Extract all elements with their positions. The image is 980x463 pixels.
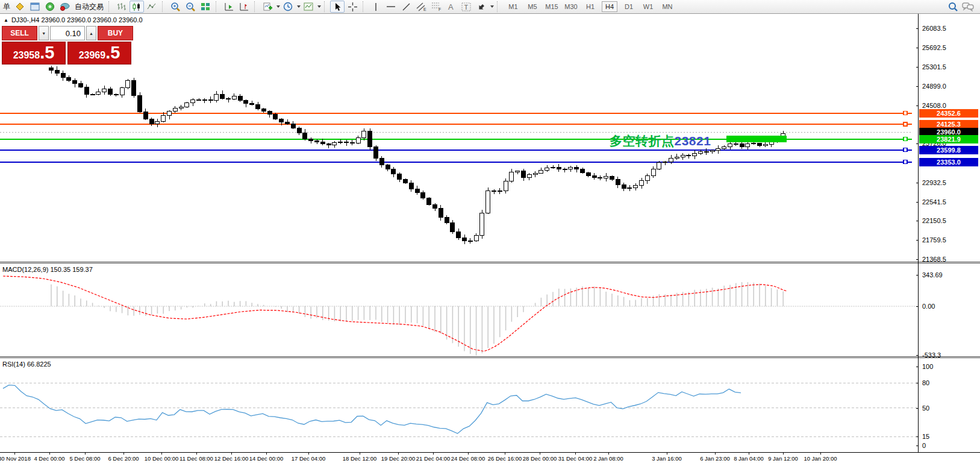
bid-price-main: 23958 [13,45,40,61]
templates-caret[interactable] [317,5,321,8]
macd-tick-label: 343.69 [922,271,943,279]
equidistant-channel-icon[interactable]: E [414,1,428,13]
fibonacci-icon[interactable]: F [429,1,443,13]
time-axis[interactable]: 30 Nov 20184 Dec 00:005 Dec 08:006 Dec 2… [0,452,980,463]
indicators-icon[interactable] [260,1,275,13]
price-tick-mark [916,259,919,260]
panel-resize-separator[interactable] [0,262,980,263]
time-tick-label: 31 Dec 04:00 [558,455,593,462]
price-tick-label: 22541.5 [922,198,946,206]
macd-tick-label: -533.3 [922,351,941,359]
price-axis[interactable]: 26083.525692.525301.524899.024508.023726… [919,14,980,452]
arrows-icon[interactable] [474,1,488,13]
horizontal-line-icon[interactable] [384,1,398,13]
zoom-in-icon[interactable] [168,1,183,13]
time-tick-label: 12 Dec 16:00 [214,455,249,462]
lot-increase-button[interactable]: ▲ [86,26,96,40]
time-tick-label: 17 Dec 04:00 [292,455,326,462]
buy-button[interactable]: BUY [98,26,133,40]
rsi-tick-mark [916,408,919,409]
new-order-icon[interactable] [13,1,27,13]
candlestick-chart-icon[interactable] [130,1,144,13]
timeframe-group: M1M5M15M30H1H4D1W1MN [505,1,675,12]
auto-scroll-icon[interactable] [222,1,236,13]
panel-resize-separator[interactable] [0,356,980,358]
toolbar-separator [216,1,219,12]
price-tick-label: 25301.5 [922,63,946,71]
lot-size-input[interactable] [50,26,85,40]
price-tick-mark [916,240,919,241]
timeframe-button-h1[interactable]: H1 [582,1,598,12]
vertical-line-icon[interactable] [369,1,383,13]
price-tick-mark [916,221,919,221]
timeframe-button-d1[interactable]: D1 [621,1,637,12]
collapse-triangle-icon[interactable]: ▲ [4,17,8,23]
timeframe-button-m1[interactable]: M1 [505,1,521,12]
periods-icon[interactable] [281,1,295,13]
chart-panel[interactable]: 26083.525692.525301.524899.024508.023726… [0,14,980,463]
rsi-indicator-label: RSI(14) 66.8225 [2,361,51,368]
pivot-annotation-text: 多空转折点 [610,134,675,148]
toolbar-separator [108,1,112,12]
price-tick-mark [916,67,919,68]
time-tick-label: 10 Jan 20:00 [804,455,837,462]
tile-windows-icon[interactable] [198,1,213,13]
zoom-out-icon[interactable] [183,1,198,13]
sell-button[interactable]: SELL [2,26,37,40]
lot-decrease-button[interactable]: ▼ [39,26,49,40]
time-tick-mark [667,453,667,455]
toolbar-separator [497,1,501,12]
time-tick-mark [608,453,609,455]
rsi-canvas[interactable] [0,358,918,452]
macd-tick-mark [916,306,919,307]
chart-shift-icon[interactable] [237,1,251,13]
line-chart-icon[interactable] [145,1,159,13]
trendline-icon[interactable] [399,1,413,13]
periods-caret[interactable] [297,5,301,8]
time-tick-mark [85,453,86,455]
bid-price-box[interactable]: 23958 .5 [2,42,66,65]
time-tick-label: 18 Dec 12:00 [343,455,377,462]
mt4-window: 单 自动交易 [0,0,980,463]
chat-icon[interactable] [961,1,975,13]
templates-icon[interactable] [301,1,316,13]
time-tick-mark [398,453,399,455]
arrows-caret[interactable] [490,5,494,8]
time-tick-mark [715,453,716,455]
macd-canvas[interactable] [0,263,918,358]
charts-window-icon[interactable] [28,1,42,13]
chart-title-text: DJ30-,H4 23960.0 23960.0 23960.0 23960.0 [11,16,143,24]
timeframe-button-mn[interactable]: MN [660,1,675,12]
search-icon[interactable] [946,1,960,13]
new-order-label[interactable]: 单 [1,2,12,12]
timeframe-button-w1[interactable]: W1 [640,1,656,12]
time-tick-mark [14,453,15,455]
bar-chart-icon[interactable] [114,1,129,13]
indicators-caret[interactable] [276,5,280,8]
autotrading-icon[interactable] [58,1,72,13]
time-tick-mark [433,453,434,455]
pivot-annotation[interactable]: 多空转折点23821 [610,133,711,150]
ask-price-frac: .5 [105,42,120,63]
label-icon[interactable]: T [459,1,473,13]
navigator-icon[interactable] [43,1,57,13]
time-tick-mark [468,453,469,455]
timeframe-button-m30[interactable]: M30 [563,1,579,12]
crosshair-icon[interactable] [345,1,360,13]
ask-price-box[interactable]: 23969 .5 [67,42,131,65]
timeframe-button-h4[interactable]: H4 [602,1,617,12]
text-icon[interactable]: A [444,1,458,13]
time-tick-mark [783,453,784,455]
macd-indicator-label: MACD(12,26,9) 150.35 159.37 [2,266,93,273]
price-tick-mark [916,48,919,48]
price-tick-mark [916,143,919,144]
price-chart-canvas[interactable] [0,14,918,263]
timeframe-button-m15[interactable]: M15 [544,1,560,12]
timeframe-button-m5[interactable]: M5 [525,1,540,12]
rsi-tick-label: 50 [922,405,929,412]
time-tick-mark [575,453,576,455]
cursor-icon[interactable] [330,1,345,13]
time-tick-label: 3 Jan 16:00 [652,455,682,462]
rsi-tick-label: 0 [922,442,926,449]
autotrading-label[interactable]: 自动交易 [73,2,105,12]
